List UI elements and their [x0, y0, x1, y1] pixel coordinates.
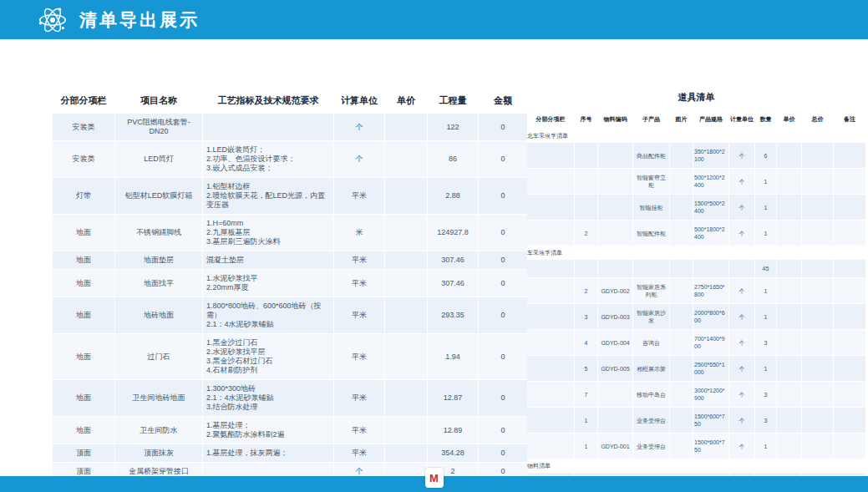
props-row: 7移动中岛台3000*1200*900个3 — [527, 382, 865, 407]
props-row: 2GDYD-002智能家居系列柜2750*1650*800个1 — [527, 278, 865, 303]
props-cell-cat — [527, 304, 574, 329]
boq-cell-qty: 1.94 — [428, 334, 478, 379]
boq-row: 地面卫生间防水1.基层处理； 2.聚氨酯防水涂料刷2遍平米12.890 — [53, 417, 527, 444]
boq-row: 地面过门石1.黑金沙过门石 2.水泥砂浆找平层 3.黑金沙石材过门石 4.石材刷… — [53, 334, 527, 379]
boq-cell-cat: 安装类 — [53, 114, 114, 140]
props-cell-product: 智能配件柜 — [633, 221, 669, 246]
props-cell-spec: 2500*550*1000 — [693, 356, 728, 381]
props-row: 智能挂柜1500*500*2400个1 — [527, 195, 865, 220]
boq-cell-price — [385, 444, 427, 462]
props-col-material-code: 物料编码 — [598, 110, 632, 129]
boq-cell-cat: 安装类 — [53, 141, 114, 177]
boq-row: 安装类PVC阻燃电线套管-DN20个1220 — [53, 114, 527, 140]
boq-col-spec: 工艺指标及技术规范要求 — [203, 89, 333, 113]
props-cell-qty: 1 — [755, 278, 776, 303]
props-cell-price — [777, 143, 801, 168]
props-table: 道具清单 分部分项栏 序号 物料编码 子产品 图片 产品规格 计量单位 数量 单… — [526, 88, 866, 492]
props-cell-qty: 3 — [755, 330, 776, 355]
props-cell-spec: 1500*500*2400 — [693, 195, 728, 220]
boq-cell-cat: 地面 — [53, 297, 114, 333]
boq-cell-name: 过门石 — [115, 334, 202, 379]
boq-cell-spec: 1.800*800地砖、600*600地砖（按需） 2.1：4水泥砂浆铺贴 — [203, 297, 333, 333]
props-cell-qty: 1 — [755, 195, 776, 220]
boq-cell-spec: 1.LED嵌装筒灯； 2.功率、色温按设计要求； 3.嵌入式成品安装； — [203, 141, 333, 177]
boq-cell-amount: 0 — [479, 297, 527, 333]
props-cell-img — [670, 143, 693, 168]
props-cell-cat — [527, 195, 574, 220]
props-cell-total — [802, 143, 833, 168]
boq-cell-price — [385, 297, 427, 333]
boq-cell-qty: 122 — [428, 114, 478, 140]
props-cell-img — [670, 221, 693, 246]
props-cell-product: 智能窗帘立柜 — [633, 169, 669, 194]
props-cell-no: 7 — [575, 382, 597, 407]
props-cell-code — [598, 221, 632, 246]
boq-row: 地面卫生间地砖地面1.300*300地砖 2.1：4水泥砂浆铺贴 3.结合防水处… — [53, 380, 527, 416]
boq-cell-price — [385, 270, 427, 297]
props-cell-unit: 个 — [729, 169, 754, 194]
props-cell-cat — [527, 356, 574, 381]
boq-row: 灯带铝型材LED软膜灯箱1.铝型材边框 2.喷绘软膜天花，配LED光源，内置变压… — [53, 178, 527, 214]
boq-cell-cat: 顶面 — [53, 444, 114, 462]
props-cell-unit: 个 — [729, 221, 754, 246]
props-cell-product: 业务受理台 — [633, 408, 669, 433]
props-cell-qty: 1 — [755, 304, 776, 329]
props-cell-code — [598, 169, 632, 194]
props-cell-cat — [527, 221, 574, 246]
props-col-spec: 产品规格 — [693, 110, 728, 129]
props-cell-code — [598, 143, 632, 168]
props-cell-total — [802, 195, 833, 220]
props-cell-product: 移动中岛台 — [633, 382, 669, 407]
props-cell-cat — [527, 434, 574, 459]
boq-cell-price — [385, 215, 427, 251]
props-cell-product: 智能家居沙发 — [633, 304, 669, 329]
props-cell-price — [777, 408, 801, 433]
props-section-label: 车采埃孚清单 — [527, 246, 865, 259]
props-cell-img — [670, 382, 693, 407]
boq-cell-unit: 平米 — [334, 444, 384, 462]
props-cell-unit: 个 — [729, 356, 754, 381]
props-cell-total — [802, 434, 833, 459]
boq-cell-name: 不锈钢踢脚线 — [115, 215, 202, 251]
boq-col-amount: 金额 — [479, 89, 527, 113]
props-cell-qty: 1 — [755, 356, 776, 381]
boq-cell-spec: 1.铝型材边框 2.喷绘软膜天花，配LED光源，内置变压器 — [203, 178, 333, 214]
props-cell-product — [633, 260, 669, 277]
boq-cell-price — [385, 141, 427, 177]
boq-cell-unit: 平米 — [334, 417, 384, 444]
props-cell-spec: 2750*1650*800 — [693, 278, 728, 303]
props-cell-cat — [527, 408, 574, 433]
boq-cell-spec: 1.300*300地砖 2.1：4水泥砂浆铺贴 3.结合防水处理 — [203, 380, 333, 416]
props-cell-total — [802, 278, 833, 303]
props-cell-price — [777, 356, 801, 381]
slide: { "header": { "title": "清单导出展示", "bar_co… — [0, 0, 868, 492]
props-cell-total — [802, 169, 833, 194]
boq-cell-spec: 1.水泥砂浆找平 2.20mm厚度 — [203, 270, 333, 297]
boq-cell-amount: 0 — [479, 251, 527, 269]
boq-col-category: 分部分项栏 — [53, 89, 114, 113]
boq-cell-cat: 地面 — [53, 334, 114, 379]
props-cell-total — [802, 304, 833, 329]
props-cell-code: GDYD-002 — [598, 278, 632, 303]
props-cell-cat — [527, 143, 574, 168]
props-cell-spec: 500*1200*2400 — [693, 169, 728, 194]
props-cell-no: 2 — [575, 221, 597, 246]
boq-cell-qty: 307.46 — [428, 270, 478, 297]
boq-cell-amount: 0 — [479, 114, 527, 140]
boq-cell-amount: 0 — [479, 141, 527, 177]
props-cell-cat — [527, 278, 574, 303]
boq-row: 地面地面垫层混凝土垫层平米307.460 — [53, 251, 527, 269]
props-cell-img — [670, 260, 693, 277]
boq-row: 地面地砖地面1.800*800地砖、600*600地砖（按需） 2.1：4水泥砂… — [53, 297, 527, 333]
boq-cell-name: LED筒灯 — [115, 141, 202, 177]
page-title: 清单导出展示 — [79, 8, 200, 32]
props-cell-spec: 1500*600*750 — [693, 408, 728, 433]
props-cell-total — [802, 221, 833, 246]
atom-icon — [37, 4, 69, 36]
boq-cell-price — [385, 417, 427, 444]
props-cell-note — [834, 304, 865, 329]
props-cell-img — [670, 356, 693, 381]
props-cell-product: 商品配件柜 — [633, 143, 669, 168]
props-cell-spec: 1500*600*750 — [693, 434, 728, 459]
boq-cell-unit: 个 — [334, 114, 384, 140]
